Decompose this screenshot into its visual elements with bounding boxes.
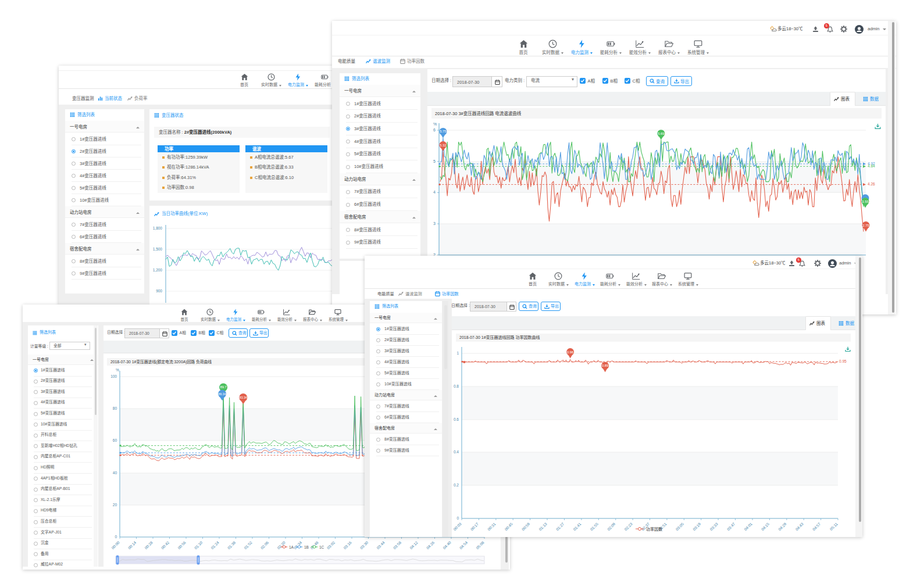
svg-text:02:23: 02:23 [623, 521, 633, 531]
svg-text:00:31: 00:31 [487, 521, 497, 531]
svg-text:04:29: 04:29 [777, 521, 787, 531]
svg-text:01:55: 01:55 [590, 521, 600, 531]
svg-text:1A: 1A [289, 545, 294, 549]
svg-text:00:03: 00:03 [452, 521, 462, 531]
svg-text:02:48: 02:48 [309, 540, 319, 550]
svg-text:89.7: 89.7 [220, 385, 226, 389]
svg-text:03:58: 03:58 [393, 540, 402, 550]
svg-text:03:19: 03:19 [692, 521, 702, 531]
svg-text:00:14: 00:14 [127, 540, 137, 550]
svg-text:01:41: 01:41 [572, 521, 582, 531]
svg-text:01:52: 01:52 [243, 540, 253, 550]
svg-text:01:24: 01:24 [210, 540, 220, 550]
svg-text:01:38: 01:38 [227, 540, 237, 550]
svg-text:04:40: 04:40 [442, 540, 452, 550]
svg-text:05:08: 05:08 [475, 540, 485, 550]
svg-text:2.75: 2.75 [862, 224, 869, 227]
svg-text:01:10: 01:10 [194, 540, 204, 550]
svg-text:03:16: 03:16 [343, 540, 352, 550]
svg-text:0.89: 0.89 [602, 364, 608, 367]
svg-text:03:33: 03:33 [709, 521, 719, 531]
svg-text:03:47: 03:47 [726, 521, 736, 531]
svg-text:00:42: 00:42 [160, 540, 170, 550]
svg-text:00:45: 00:45 [504, 521, 513, 531]
svg-text:04:54: 04:54 [459, 540, 469, 550]
svg-text:02:20: 02:20 [276, 540, 286, 550]
svg-text:03:02: 03:02 [326, 540, 336, 550]
svg-text:1B: 1B [304, 545, 309, 549]
svg-text:86.34: 86.34 [219, 392, 226, 396]
svg-text:05:11: 05:11 [829, 521, 839, 531]
svg-text:04:43: 04:43 [794, 521, 804, 531]
svg-text:03:05: 03:05 [675, 521, 685, 531]
svg-text:04:15: 04:15 [761, 521, 770, 531]
svg-text:5.32: 5.32 [440, 144, 446, 147]
svg-text:00:28: 00:28 [144, 540, 154, 550]
svg-text:01:13: 01:13 [538, 521, 548, 531]
svg-text:04:57: 04:57 [812, 521, 822, 531]
svg-text:83.34: 83.34 [240, 396, 247, 399]
svg-text:03:30: 03:30 [359, 540, 369, 550]
svg-text:02:09: 02:09 [607, 521, 616, 531]
svg-text:04:12: 04:12 [409, 540, 419, 550]
svg-text:04:26: 04:26 [426, 540, 436, 550]
svg-text:04:01: 04:01 [743, 521, 753, 531]
svg-text:00:56: 00:56 [177, 540, 187, 550]
svg-text:00:17: 00:17 [470, 521, 480, 531]
svg-text:03:44: 03:44 [376, 540, 386, 550]
svg-text:00:59: 00:59 [521, 521, 531, 531]
svg-text:3.55: 3.55 [862, 200, 868, 203]
svg-text:功率因数: 功率因数 [646, 527, 662, 532]
svg-text:1C: 1C [319, 545, 324, 549]
svg-text:00:00: 00:00 [110, 540, 120, 550]
svg-text:02:06: 02:06 [260, 540, 270, 550]
svg-text:5.75: 5.75 [440, 130, 446, 133]
svg-text:02:34: 02:34 [293, 540, 303, 550]
svg-text:0.96: 0.96 [567, 350, 573, 354]
svg-text:5.69: 5.69 [658, 132, 664, 135]
svg-text:01:27: 01:27 [555, 521, 565, 531]
